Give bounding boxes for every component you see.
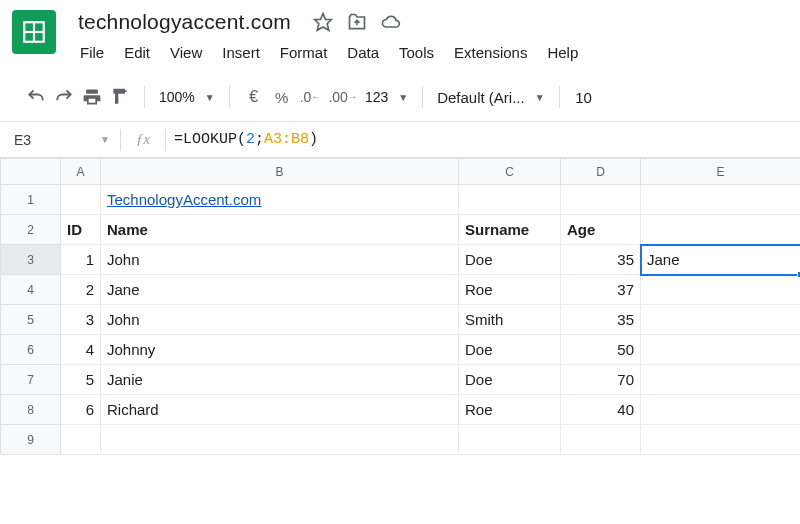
cell-B9[interactable] [101, 425, 459, 455]
separator [559, 86, 560, 108]
cell-C7[interactable]: Doe [459, 365, 561, 395]
cell-E3[interactable]: Jane [641, 245, 801, 275]
star-icon[interactable] [313, 12, 333, 32]
menu-format[interactable]: Format [272, 40, 336, 65]
cell-E4[interactable] [641, 275, 801, 305]
move-icon[interactable] [347, 12, 367, 32]
row-header-1[interactable]: 1 [1, 185, 61, 215]
menu-help[interactable]: Help [539, 40, 586, 65]
more-formats-dropdown[interactable]: 123▼ [361, 83, 412, 111]
row-header-6[interactable]: 6 [1, 335, 61, 365]
svg-marker-3 [315, 14, 332, 31]
increase-decimal-button[interactable]: .00→ [324, 83, 360, 111]
cell-B7[interactable]: Janie [101, 365, 459, 395]
chevron-down-icon: ▼ [205, 92, 215, 103]
cell-E8[interactable] [641, 395, 801, 425]
cell-C6[interactable]: Doe [459, 335, 561, 365]
name-box[interactable]: E3 ▼ [0, 122, 120, 157]
sheets-logo[interactable] [12, 10, 56, 54]
menu-insert[interactable]: Insert [214, 40, 268, 65]
row-header-9[interactable]: 9 [1, 425, 61, 455]
cell-C8[interactable]: Roe [459, 395, 561, 425]
cell-C9[interactable] [459, 425, 561, 455]
cell-D6[interactable]: 50 [561, 335, 641, 365]
undo-button[interactable] [22, 83, 50, 111]
row-header-4[interactable]: 4 [1, 275, 61, 305]
col-header-A[interactable]: A [61, 159, 101, 185]
cell-B2[interactable]: Name [101, 215, 459, 245]
menu-view[interactable]: View [162, 40, 210, 65]
print-button[interactable] [78, 83, 106, 111]
cell-A9[interactable] [61, 425, 101, 455]
font-size-input[interactable]: 10 [570, 83, 598, 111]
sheets-icon [21, 19, 47, 45]
link[interactable]: TechnologyAccent.com [107, 191, 261, 208]
menu-data[interactable]: Data [339, 40, 387, 65]
cell-D9[interactable] [561, 425, 641, 455]
separator [422, 86, 423, 108]
row-header-8[interactable]: 8 [1, 395, 61, 425]
cell-D2[interactable]: Age [561, 215, 641, 245]
row-header-7[interactable]: 7 [1, 365, 61, 395]
cell-C3[interactable]: Doe [459, 245, 561, 275]
cell-B6[interactable]: Johnny [101, 335, 459, 365]
document-title[interactable]: technologyaccent.com [72, 7, 297, 37]
name-box-value: E3 [14, 132, 31, 148]
cell-A5[interactable]: 3 [61, 305, 101, 335]
paint-format-button[interactable] [106, 83, 134, 111]
cell-A8[interactable]: 6 [61, 395, 101, 425]
cell-A4[interactable]: 2 [61, 275, 101, 305]
select-all-corner[interactable] [1, 159, 61, 185]
cell-E2[interactable] [641, 215, 801, 245]
menu-file[interactable]: File [72, 40, 112, 65]
redo-button[interactable] [50, 83, 78, 111]
menu-extensions[interactable]: Extensions [446, 40, 535, 65]
cell-D3[interactable]: 35 [561, 245, 641, 275]
cell-A1[interactable] [61, 185, 101, 215]
row-header-5[interactable]: 5 [1, 305, 61, 335]
decrease-decimal-button[interactable]: .0← [296, 83, 325, 111]
cloud-status-icon[interactable] [381, 12, 401, 32]
spreadsheet-grid[interactable]: A B C D E 1 TechnologyAccent.com 2 ID Na… [0, 158, 800, 455]
cell-B4[interactable]: Jane [101, 275, 459, 305]
formula-input[interactable]: =LOOKUP(2;A3:B8) [166, 122, 800, 157]
chevron-down-icon: ▼ [398, 92, 408, 103]
cell-B1[interactable]: TechnologyAccent.com [101, 185, 459, 215]
menu-tools[interactable]: Tools [391, 40, 442, 65]
cell-E5[interactable] [641, 305, 801, 335]
cell-C5[interactable]: Smith [459, 305, 561, 335]
cell-C1[interactable] [459, 185, 561, 215]
cell-D5[interactable]: 35 [561, 305, 641, 335]
col-header-D[interactable]: D [561, 159, 641, 185]
format-percent-button[interactable]: % [268, 83, 296, 111]
col-header-B[interactable]: B [101, 159, 459, 185]
format-currency-button[interactable]: € [240, 83, 268, 111]
zoom-dropdown[interactable]: 100%▼ [155, 83, 219, 111]
cell-A7[interactable]: 5 [61, 365, 101, 395]
cell-E1[interactable] [641, 185, 801, 215]
cell-D4[interactable]: 37 [561, 275, 641, 305]
chevron-down-icon: ▼ [100, 134, 110, 145]
cell-A3[interactable]: 1 [61, 245, 101, 275]
col-header-C[interactable]: C [459, 159, 561, 185]
cell-D7[interactable]: 70 [561, 365, 641, 395]
cell-B5[interactable]: John [101, 305, 459, 335]
cell-D1[interactable] [561, 185, 641, 215]
chevron-down-icon: ▼ [535, 92, 545, 103]
row-header-2[interactable]: 2 [1, 215, 61, 245]
cell-E7[interactable] [641, 365, 801, 395]
cell-E6[interactable] [641, 335, 801, 365]
cell-A2[interactable]: ID [61, 215, 101, 245]
cell-D8[interactable]: 40 [561, 395, 641, 425]
cell-E9[interactable] [641, 425, 801, 455]
menu-edit[interactable]: Edit [116, 40, 158, 65]
cell-C2[interactable]: Surname [459, 215, 561, 245]
cell-B3[interactable]: John [101, 245, 459, 275]
cell-C4[interactable]: Roe [459, 275, 561, 305]
font-family-dropdown[interactable]: Default (Ari...▼ [433, 83, 548, 111]
cell-A6[interactable]: 4 [61, 335, 101, 365]
row-header-3[interactable]: 3 [1, 245, 61, 275]
cell-B8[interactable]: Richard [101, 395, 459, 425]
col-header-E[interactable]: E [641, 159, 801, 185]
separator [144, 86, 145, 108]
